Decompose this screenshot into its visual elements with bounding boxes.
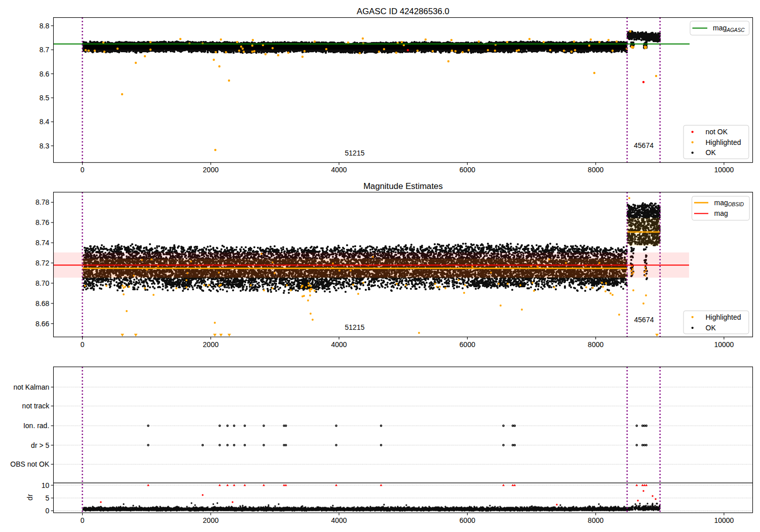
svg-text:8.76: 8.76 — [35, 218, 49, 226]
svg-text:2000: 2000 — [203, 516, 218, 524]
svg-text:OBS not OK: OBS not OK — [10, 460, 50, 468]
svg-text:8000: 8000 — [588, 166, 603, 174]
svg-text:0: 0 — [81, 340, 85, 349]
svg-text:8.78: 8.78 — [35, 198, 49, 206]
svg-text:OK: OK — [706, 324, 716, 332]
svg-text:8.66: 8.66 — [35, 320, 49, 328]
svg-text:mag: mag — [714, 209, 728, 217]
svg-text:10: 10 — [42, 481, 50, 489]
svg-text:8.8: 8.8 — [40, 22, 50, 30]
svg-text:6000: 6000 — [460, 340, 475, 349]
svg-text:5: 5 — [46, 494, 50, 502]
svg-text:0: 0 — [46, 507, 50, 515]
svg-text:Magnitude Estimates: Magnitude Estimates — [363, 181, 443, 191]
svg-text:Highlighted: Highlighted — [706, 313, 741, 321]
svg-text:8.5: 8.5 — [40, 94, 50, 102]
svg-text:2000: 2000 — [203, 340, 218, 349]
svg-text:8000: 8000 — [588, 516, 603, 524]
svg-text:45674: 45674 — [634, 316, 654, 324]
svg-text:10000: 10000 — [714, 516, 734, 524]
svg-text:8.7: 8.7 — [40, 46, 50, 54]
svg-text:dr > 5: dr > 5 — [31, 441, 49, 449]
svg-text:2000: 2000 — [203, 166, 218, 174]
svg-text:8.74: 8.74 — [35, 239, 49, 247]
svg-text:8.72: 8.72 — [35, 259, 49, 267]
svg-text:not OK: not OK — [706, 128, 728, 136]
svg-text:8000: 8000 — [588, 340, 603, 349]
svg-text:6000: 6000 — [460, 166, 475, 174]
svg-text:AGASC ID 424286536.0: AGASC ID 424286536.0 — [357, 7, 449, 16]
svg-text:8.4: 8.4 — [40, 118, 50, 126]
svg-text:8.3: 8.3 — [40, 142, 50, 150]
svg-text:6000: 6000 — [460, 516, 475, 524]
svg-text:8.6: 8.6 — [40, 70, 50, 78]
svg-text:8.68: 8.68 — [35, 299, 49, 308]
svg-text:4000: 4000 — [331, 340, 347, 349]
svg-text:not track: not track — [22, 402, 50, 410]
svg-text:not Kalman: not Kalman — [13, 383, 49, 391]
svg-text:10000: 10000 — [714, 166, 734, 174]
svg-text:51215: 51215 — [345, 323, 365, 331]
svg-text:4000: 4000 — [331, 166, 347, 174]
svg-text:4000: 4000 — [331, 516, 347, 524]
svg-text:8.70: 8.70 — [35, 279, 49, 287]
svg-text:0: 0 — [81, 166, 85, 174]
svg-text:dr: dr — [26, 494, 34, 501]
svg-text:OK: OK — [706, 148, 716, 157]
svg-text:Highlighted: Highlighted — [706, 138, 741, 146]
svg-text:45674: 45674 — [634, 141, 654, 149]
svg-text:10000: 10000 — [714, 340, 734, 349]
svg-text:Ion. rad.: Ion. rad. — [23, 422, 49, 430]
svg-text:51215: 51215 — [345, 149, 365, 157]
svg-text:0: 0 — [81, 516, 85, 524]
